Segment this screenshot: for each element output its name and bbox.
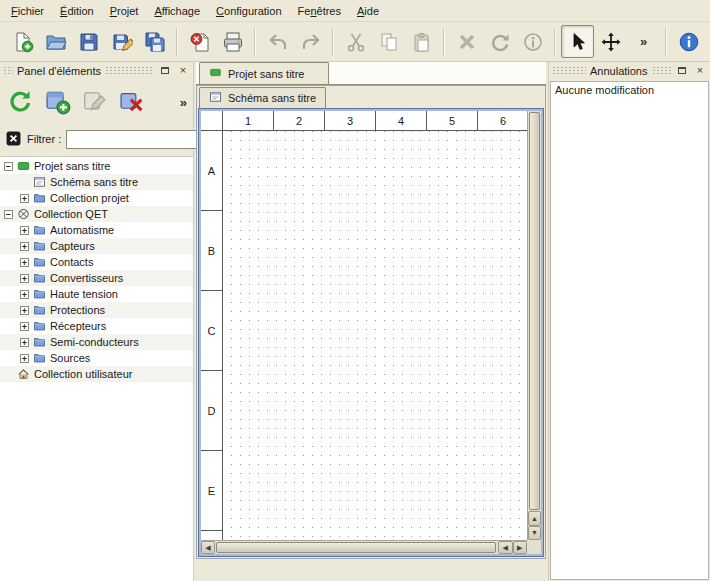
tree-item-label: Contacts bbox=[50, 256, 97, 268]
tree-item-collection-utilisateur[interactable]: Collection utilisateur bbox=[0, 366, 193, 382]
schema-canvas[interactable] bbox=[223, 131, 527, 540]
scroll-left-button-alt[interactable]: ◀ bbox=[498, 541, 513, 554]
menu-item-affichage[interactable]: Affichage bbox=[146, 0, 208, 21]
tree-item-automatisme[interactable]: +Automatisme bbox=[0, 222, 193, 238]
mdi-area: Projet sans titre Schéma sans titre 1234… bbox=[196, 62, 546, 581]
column-label-2: 2 bbox=[274, 111, 325, 130]
rotate-icon bbox=[489, 31, 511, 53]
right-dock-float-button[interactable] bbox=[675, 64, 689, 78]
scissors-icon bbox=[345, 31, 367, 53]
element-delete-icon bbox=[118, 88, 145, 115]
left-dock-titlebar[interactable]: Panel d'éléments × bbox=[0, 62, 193, 79]
tree-item-semi-conducteurs[interactable]: +Semi-conducteurs bbox=[0, 334, 193, 350]
right-dock-close-button[interactable]: × bbox=[693, 64, 707, 78]
menu-item-configuration[interactable]: Configuration bbox=[208, 0, 289, 21]
save-as-button[interactable] bbox=[105, 25, 138, 58]
delete-button bbox=[450, 25, 483, 58]
scroll-right-button[interactable]: ▶ bbox=[513, 541, 528, 554]
doc-close-icon bbox=[189, 31, 211, 53]
undo-list[interactable]: Aucune modification bbox=[550, 81, 709, 580]
schema-icon bbox=[209, 91, 222, 103]
scroll-down-icon: ▼ bbox=[531, 529, 538, 536]
reload-collections-button[interactable] bbox=[2, 82, 38, 120]
schema-tabbar: Schéma sans titre bbox=[197, 86, 545, 108]
print-button[interactable] bbox=[216, 25, 249, 58]
menu-item-edition[interactable]: Édition bbox=[52, 0, 102, 21]
horizontal-scrollbar[interactable]: ◀ ◀ ▶ bbox=[201, 540, 527, 554]
tree-item-label: Haute tension bbox=[50, 288, 122, 300]
row-label-C: C bbox=[201, 291, 222, 371]
collapse-icon[interactable]: − bbox=[4, 210, 13, 219]
home-icon bbox=[17, 368, 30, 380]
tree-item-capteurs[interactable]: +Capteurs bbox=[0, 238, 193, 254]
collapse-icon[interactable]: − bbox=[4, 162, 13, 171]
tree-item-label: Collection QET bbox=[34, 208, 112, 220]
expand-icon[interactable]: + bbox=[20, 354, 29, 363]
new-element-button[interactable] bbox=[39, 82, 75, 120]
expand-icon[interactable]: + bbox=[20, 306, 29, 315]
left-dock-float-button[interactable] bbox=[158, 64, 172, 78]
paste-icon bbox=[411, 31, 433, 53]
open-project-button[interactable] bbox=[39, 25, 72, 58]
tree-item-protections[interactable]: +Protections bbox=[0, 302, 193, 318]
scroll-up-button[interactable]: ▲ bbox=[528, 511, 541, 526]
schema-tab[interactable]: Schéma sans titre bbox=[199, 87, 326, 108]
new-project-button[interactable] bbox=[6, 25, 39, 58]
about-info-icon bbox=[678, 31, 700, 53]
expand-icon[interactable]: + bbox=[20, 274, 29, 283]
menu-item-fichier[interactable]: Fichier bbox=[3, 0, 52, 21]
tree-item-convertisseurs[interactable]: +Convertisseurs bbox=[0, 270, 193, 286]
scroll-left-button[interactable]: ◀ bbox=[201, 541, 215, 554]
column-label-6: 6 bbox=[478, 111, 527, 130]
vertical-scroll-thumb[interactable] bbox=[529, 112, 540, 510]
expand-icon[interactable]: + bbox=[20, 322, 29, 331]
save-all-button[interactable] bbox=[138, 25, 171, 58]
expand-icon[interactable]: + bbox=[20, 226, 29, 235]
scroll-left-icon: ◀ bbox=[503, 544, 508, 552]
tree-item-schema-sans-titre[interactable]: Schéma sans titre bbox=[0, 174, 193, 190]
about-qet-button[interactable] bbox=[672, 25, 705, 58]
ruler-corner bbox=[201, 111, 223, 131]
menu-item-aide[interactable]: Aide bbox=[349, 0, 387, 21]
close-project-button[interactable] bbox=[183, 25, 216, 58]
tree-item-recepteurs[interactable]: +Récepteurs bbox=[0, 318, 193, 334]
expand-icon[interactable]: + bbox=[20, 290, 29, 299]
rotate-button bbox=[483, 25, 516, 58]
right-dock-titlebar[interactable]: Annulations × bbox=[549, 62, 710, 79]
expand-icon[interactable]: + bbox=[20, 338, 29, 347]
move-mode-button[interactable] bbox=[594, 25, 627, 58]
doc-new-icon bbox=[12, 31, 34, 53]
project-tab[interactable]: Projet sans titre bbox=[199, 62, 329, 84]
clear-filter-button[interactable] bbox=[5, 130, 22, 149]
tree-item-label: Convertisseurs bbox=[50, 272, 127, 284]
tree-item-label: Collection utilisateur bbox=[34, 368, 136, 380]
copy-icon bbox=[378, 31, 400, 53]
floppy-edit-icon bbox=[111, 31, 133, 53]
right-dock-title: Annulations bbox=[590, 65, 648, 77]
tree-item-collection-projet[interactable]: +Collection projet bbox=[0, 190, 193, 206]
scroll-down-button[interactable]: ▼ bbox=[528, 526, 541, 541]
project-tab-label: Projet sans titre bbox=[228, 68, 304, 80]
project-icon bbox=[17, 160, 30, 172]
menu-item-projet[interactable]: Projet bbox=[102, 0, 147, 21]
redo-icon bbox=[300, 31, 322, 53]
filter-input[interactable] bbox=[66, 130, 216, 149]
horizontal-scroll-thumb[interactable] bbox=[216, 542, 496, 553]
select-mode-button[interactable] bbox=[561, 25, 594, 58]
expand-icon[interactable]: + bbox=[20, 242, 29, 251]
expand-icon[interactable]: + bbox=[20, 258, 29, 267]
tree-item-contacts[interactable]: +Contacts bbox=[0, 254, 193, 270]
save-button[interactable] bbox=[72, 25, 105, 58]
tree-item-sources[interactable]: +Sources bbox=[0, 350, 193, 366]
menu-item-fenetres[interactable]: Fenêtres bbox=[290, 0, 349, 21]
tree-item-projet-sans-titre[interactable]: −Projet sans titre bbox=[0, 158, 193, 174]
tree-item-collection-qet[interactable]: −Collection QET bbox=[0, 206, 193, 222]
vertical-scrollbar[interactable]: ▲ ▼ bbox=[527, 111, 541, 540]
delete-element-button[interactable] bbox=[113, 82, 149, 120]
toolbar-overflow-button[interactable]: » bbox=[627, 25, 660, 58]
left-dock-close-button[interactable]: × bbox=[176, 64, 190, 78]
clear-filter-icon bbox=[5, 130, 22, 147]
tree-item-haute-tension[interactable]: +Haute tension bbox=[0, 286, 193, 302]
panel-overflow-button[interactable]: » bbox=[180, 95, 187, 110]
expand-icon[interactable]: + bbox=[20, 194, 29, 203]
